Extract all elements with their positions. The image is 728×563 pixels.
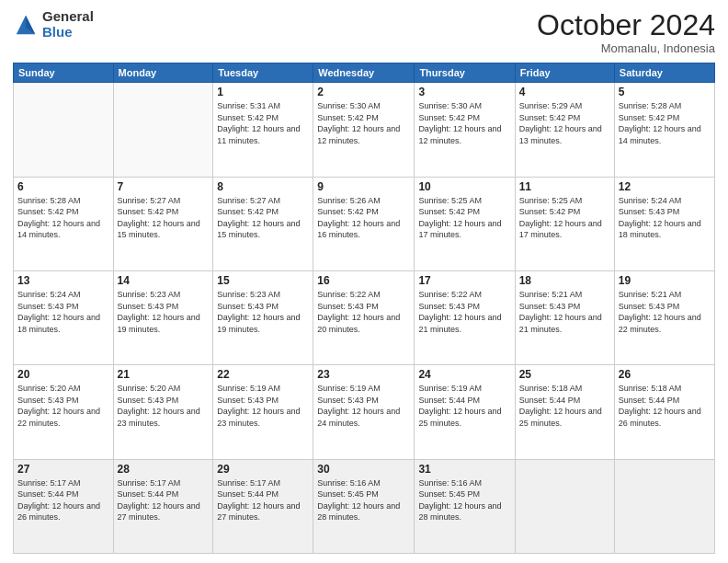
day-number: 6 bbox=[17, 180, 109, 193]
day-number: 27 bbox=[17, 463, 109, 476]
calendar-cell: 31Sunrise: 5:16 AM Sunset: 5:45 PM Dayli… bbox=[415, 459, 515, 553]
calendar-cell: 18Sunrise: 5:21 AM Sunset: 5:43 PM Dayli… bbox=[515, 270, 614, 364]
calendar-cell: 13Sunrise: 5:24 AM Sunset: 5:43 PM Dayli… bbox=[14, 270, 114, 364]
day-number: 4 bbox=[519, 86, 610, 98]
calendar-cell: 20Sunrise: 5:20 AM Sunset: 5:43 PM Dayli… bbox=[14, 365, 114, 459]
calendar-cell bbox=[614, 459, 714, 553]
day-info: Sunrise: 5:30 AM Sunset: 5:42 PM Dayligh… bbox=[317, 100, 410, 146]
calendar-cell: 14Sunrise: 5:23 AM Sunset: 5:43 PM Dayli… bbox=[113, 270, 213, 364]
logo-text: General Blue bbox=[42, 9, 94, 40]
day-number: 24 bbox=[418, 368, 510, 381]
day-info: Sunrise: 5:20 AM Sunset: 5:43 PM Dayligh… bbox=[17, 383, 109, 429]
day-info: Sunrise: 5:28 AM Sunset: 5:42 PM Dayligh… bbox=[17, 195, 109, 241]
day-info: Sunrise: 5:24 AM Sunset: 5:43 PM Dayligh… bbox=[619, 195, 711, 241]
day-number: 25 bbox=[519, 368, 610, 381]
day-number: 23 bbox=[317, 368, 410, 381]
day-number: 18 bbox=[519, 274, 610, 287]
day-info: Sunrise: 5:28 AM Sunset: 5:42 PM Dayligh… bbox=[619, 100, 711, 146]
weekday-header-tuesday: Tuesday bbox=[213, 63, 313, 83]
calendar-cell: 7Sunrise: 5:27 AM Sunset: 5:42 PM Daylig… bbox=[113, 177, 213, 270]
header-right: October 2024 Momanalu, Indonesia bbox=[537, 9, 715, 55]
day-info: Sunrise: 5:31 AM Sunset: 5:42 PM Dayligh… bbox=[217, 100, 309, 146]
day-info: Sunrise: 5:25 AM Sunset: 5:42 PM Dayligh… bbox=[519, 195, 610, 241]
calendar-cell: 29Sunrise: 5:17 AM Sunset: 5:44 PM Dayli… bbox=[213, 459, 313, 553]
day-info: Sunrise: 5:16 AM Sunset: 5:45 PM Dayligh… bbox=[418, 477, 510, 523]
day-info: Sunrise: 5:21 AM Sunset: 5:43 PM Dayligh… bbox=[519, 289, 610, 335]
day-info: Sunrise: 5:21 AM Sunset: 5:43 PM Dayligh… bbox=[619, 289, 711, 335]
day-info: Sunrise: 5:25 AM Sunset: 5:42 PM Dayligh… bbox=[418, 195, 510, 241]
day-number: 17 bbox=[418, 274, 510, 287]
day-number: 2 bbox=[317, 86, 410, 98]
weekday-header-saturday: Saturday bbox=[614, 63, 714, 83]
day-number: 9 bbox=[317, 180, 410, 193]
day-info: Sunrise: 5:17 AM Sunset: 5:44 PM Dayligh… bbox=[118, 477, 210, 523]
calendar-cell: 30Sunrise: 5:16 AM Sunset: 5:45 PM Dayli… bbox=[313, 459, 415, 553]
day-number: 7 bbox=[118, 180, 210, 193]
day-number: 26 bbox=[619, 368, 711, 381]
calendar-cell: 5Sunrise: 5:28 AM Sunset: 5:42 PM Daylig… bbox=[614, 83, 714, 177]
day-info: Sunrise: 5:24 AM Sunset: 5:43 PM Dayligh… bbox=[17, 289, 109, 335]
calendar-cell: 28Sunrise: 5:17 AM Sunset: 5:44 PM Dayli… bbox=[113, 459, 213, 553]
logo-icon bbox=[13, 12, 39, 38]
day-info: Sunrise: 5:27 AM Sunset: 5:42 PM Dayligh… bbox=[217, 195, 309, 241]
day-info: Sunrise: 5:19 AM Sunset: 5:44 PM Dayligh… bbox=[418, 383, 510, 429]
day-number: 14 bbox=[118, 274, 210, 287]
calendar-cell: 26Sunrise: 5:18 AM Sunset: 5:44 PM Dayli… bbox=[614, 365, 714, 459]
day-number: 15 bbox=[217, 274, 309, 287]
week-row-1: 6Sunrise: 5:28 AM Sunset: 5:42 PM Daylig… bbox=[14, 177, 715, 270]
day-number: 11 bbox=[519, 180, 610, 193]
day-info: Sunrise: 5:17 AM Sunset: 5:44 PM Dayligh… bbox=[17, 477, 109, 523]
day-info: Sunrise: 5:23 AM Sunset: 5:43 PM Dayligh… bbox=[118, 289, 210, 335]
calendar-cell: 25Sunrise: 5:18 AM Sunset: 5:44 PM Dayli… bbox=[515, 365, 614, 459]
week-row-0: 1Sunrise: 5:31 AM Sunset: 5:42 PM Daylig… bbox=[14, 83, 715, 177]
day-number: 13 bbox=[17, 274, 109, 287]
logo-general-text: General bbox=[42, 9, 94, 25]
calendar-cell: 12Sunrise: 5:24 AM Sunset: 5:43 PM Dayli… bbox=[614, 177, 714, 270]
day-info: Sunrise: 5:18 AM Sunset: 5:44 PM Dayligh… bbox=[519, 383, 610, 429]
week-row-4: 27Sunrise: 5:17 AM Sunset: 5:44 PM Dayli… bbox=[14, 459, 715, 553]
day-info: Sunrise: 5:19 AM Sunset: 5:43 PM Dayligh… bbox=[317, 383, 410, 429]
day-number: 3 bbox=[418, 86, 510, 98]
calendar-cell: 1Sunrise: 5:31 AM Sunset: 5:42 PM Daylig… bbox=[213, 83, 313, 177]
calendar-table: SundayMondayTuesdayWednesdayThursdayFrid… bbox=[13, 63, 715, 554]
weekday-header-row: SundayMondayTuesdayWednesdayThursdayFrid… bbox=[14, 63, 715, 83]
calendar-cell: 6Sunrise: 5:28 AM Sunset: 5:42 PM Daylig… bbox=[14, 177, 114, 270]
calendar-cell: 10Sunrise: 5:25 AM Sunset: 5:42 PM Dayli… bbox=[415, 177, 515, 270]
day-number: 29 bbox=[217, 463, 309, 476]
page: General Blue October 2024 Momanalu, Indo… bbox=[0, 0, 728, 563]
day-info: Sunrise: 5:23 AM Sunset: 5:43 PM Dayligh… bbox=[217, 289, 309, 335]
day-number: 20 bbox=[17, 368, 109, 381]
week-row-2: 13Sunrise: 5:24 AM Sunset: 5:43 PM Dayli… bbox=[14, 270, 715, 364]
day-info: Sunrise: 5:30 AM Sunset: 5:42 PM Dayligh… bbox=[418, 100, 510, 146]
calendar-cell: 9Sunrise: 5:26 AM Sunset: 5:42 PM Daylig… bbox=[313, 177, 415, 270]
logo: General Blue bbox=[13, 9, 94, 40]
day-info: Sunrise: 5:27 AM Sunset: 5:42 PM Dayligh… bbox=[118, 195, 210, 241]
calendar-cell: 24Sunrise: 5:19 AM Sunset: 5:44 PM Dayli… bbox=[415, 365, 515, 459]
day-number: 30 bbox=[317, 463, 410, 476]
calendar-cell: 19Sunrise: 5:21 AM Sunset: 5:43 PM Dayli… bbox=[614, 270, 714, 364]
calendar-cell: 4Sunrise: 5:29 AM Sunset: 5:42 PM Daylig… bbox=[515, 83, 614, 177]
day-info: Sunrise: 5:20 AM Sunset: 5:43 PM Dayligh… bbox=[118, 383, 210, 429]
calendar-cell bbox=[14, 83, 114, 177]
week-row-3: 20Sunrise: 5:20 AM Sunset: 5:43 PM Dayli… bbox=[14, 365, 715, 459]
day-number: 16 bbox=[317, 274, 410, 287]
calendar-cell: 17Sunrise: 5:22 AM Sunset: 5:43 PM Dayli… bbox=[415, 270, 515, 364]
weekday-header-monday: Monday bbox=[113, 63, 213, 83]
day-number: 12 bbox=[619, 180, 711, 193]
calendar-cell: 11Sunrise: 5:25 AM Sunset: 5:42 PM Dayli… bbox=[515, 177, 614, 270]
day-info: Sunrise: 5:29 AM Sunset: 5:42 PM Dayligh… bbox=[519, 100, 610, 146]
logo-blue-text: Blue bbox=[42, 25, 94, 40]
calendar-cell: 15Sunrise: 5:23 AM Sunset: 5:43 PM Dayli… bbox=[213, 270, 313, 364]
day-number: 31 bbox=[418, 463, 510, 476]
header: General Blue October 2024 Momanalu, Indo… bbox=[13, 9, 715, 55]
day-info: Sunrise: 5:17 AM Sunset: 5:44 PM Dayligh… bbox=[217, 477, 309, 523]
weekday-header-wednesday: Wednesday bbox=[313, 63, 415, 83]
day-info: Sunrise: 5:22 AM Sunset: 5:43 PM Dayligh… bbox=[317, 289, 410, 335]
location: Momanalu, Indonesia bbox=[537, 41, 715, 55]
weekday-header-thursday: Thursday bbox=[415, 63, 515, 83]
day-info: Sunrise: 5:16 AM Sunset: 5:45 PM Dayligh… bbox=[317, 477, 410, 523]
calendar-cell: 8Sunrise: 5:27 AM Sunset: 5:42 PM Daylig… bbox=[213, 177, 313, 270]
day-number: 1 bbox=[217, 86, 309, 98]
day-number: 21 bbox=[118, 368, 210, 381]
day-number: 5 bbox=[619, 86, 711, 98]
